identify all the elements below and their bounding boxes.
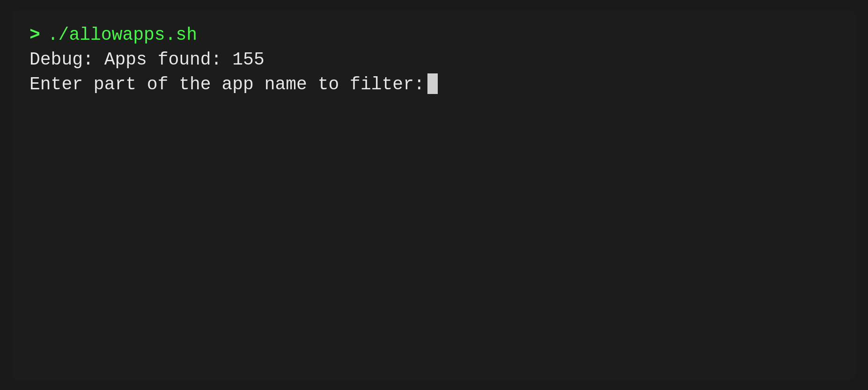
command-line: > ./allowapps.sh	[29, 24, 839, 46]
prompt-command: ./allowapps.sh	[48, 24, 197, 46]
debug-output-line: Debug: Apps found: 155	[29, 48, 839, 72]
filter-prompt-text: Enter part of the app name to filter:	[29, 72, 425, 96]
terminal-window: > ./allowapps.sh Debug: Apps found: 155 …	[13, 10, 855, 380]
terminal-cursor	[427, 73, 438, 94]
filter-prompt-line[interactable]: Enter part of the app name to filter:	[29, 72, 839, 96]
prompt-chevron-icon: >	[29, 24, 40, 46]
